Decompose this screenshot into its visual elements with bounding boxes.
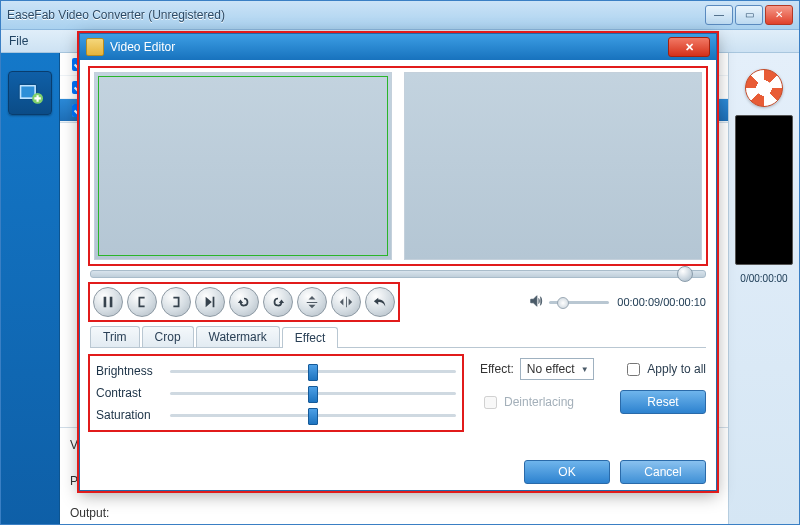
cancel-button[interactable]: Cancel	[620, 460, 706, 484]
effect-select[interactable]: No effect	[520, 358, 594, 380]
transport-buttons	[90, 284, 398, 320]
editor-title: Video Editor	[110, 40, 668, 54]
contrast-slider[interactable]	[170, 392, 456, 395]
saturation-label: Saturation	[96, 408, 170, 422]
contrast-label: Contrast	[96, 386, 170, 400]
reset-button[interactable]: Reset	[620, 390, 706, 414]
editor-close-button[interactable]: ✕	[668, 37, 710, 57]
effect-select-value: No effect	[527, 362, 575, 376]
tab-watermark[interactable]: Watermark	[196, 326, 280, 347]
volume-slider[interactable]	[549, 301, 609, 304]
flip-horizontal-button[interactable]	[331, 287, 361, 317]
maximize-button[interactable]: ▭	[735, 5, 763, 25]
time-display: 00:00:09/00:00:10	[617, 296, 706, 308]
minimize-button[interactable]: —	[705, 5, 733, 25]
mark-out-button[interactable]	[161, 287, 191, 317]
output-preview	[404, 72, 702, 260]
menu-file[interactable]: File	[9, 34, 28, 48]
right-panel: 0/00:00:00	[728, 53, 799, 525]
preview-thumb	[735, 115, 793, 265]
app-title: EaseFab Video Converter (Unregistered)	[7, 8, 705, 22]
video-editor-dialog: Video Editor ✕	[79, 33, 717, 491]
brightness-label: Brightness	[96, 364, 170, 378]
ok-button[interactable]: OK	[524, 460, 610, 484]
flip-vertical-button[interactable]	[297, 287, 327, 317]
app-window: EaseFab Video Converter (Unregistered) —…	[0, 0, 800, 525]
apply-all-label: Apply to all	[647, 362, 706, 376]
svg-rect-3	[104, 297, 107, 308]
volume-icon	[529, 294, 543, 311]
step-end-button[interactable]	[195, 287, 225, 317]
app-titlebar: EaseFab Video Converter (Unregistered) —…	[1, 1, 799, 30]
output-label: Output:	[70, 506, 109, 520]
saturation-slider[interactable]	[170, 414, 456, 417]
seek-slider[interactable]	[90, 270, 706, 278]
tab-trim[interactable]: Trim	[90, 326, 140, 347]
brightness-slider[interactable]	[170, 370, 456, 373]
effect-sliders: Brightness Contrast Saturation	[90, 356, 462, 430]
seek-knob[interactable]	[677, 266, 693, 282]
undo-button[interactable]	[365, 287, 395, 317]
left-toolbar	[1, 53, 60, 525]
mark-in-button[interactable]	[127, 287, 157, 317]
rotate-right-button[interactable]	[263, 287, 293, 317]
close-button[interactable]: ✕	[765, 5, 793, 25]
preview-time: 0/00:00:00	[740, 273, 787, 284]
deinterlacing-label: Deinterlacing	[504, 395, 574, 409]
apply-all-input[interactable]	[627, 363, 640, 376]
editor-tabs: Trim Crop Watermark Effect	[90, 326, 706, 348]
apply-all-checkbox[interactable]: Apply to all	[623, 360, 706, 379]
svg-rect-4	[110, 297, 113, 308]
svg-rect-1	[21, 87, 34, 98]
add-video-button[interactable]	[8, 71, 52, 115]
preview-row	[90, 68, 706, 264]
help-icon[interactable]	[745, 69, 783, 107]
effect-label: Effect:	[480, 362, 514, 376]
tab-effect[interactable]: Effect	[282, 327, 338, 348]
pause-button[interactable]	[93, 287, 123, 317]
rotate-left-button[interactable]	[229, 287, 259, 317]
deinterlacing-input	[484, 396, 497, 409]
original-preview	[94, 72, 392, 260]
tab-crop[interactable]: Crop	[142, 326, 194, 347]
volume-control[interactable]	[529, 294, 609, 311]
deinterlacing-checkbox: Deinterlacing	[480, 393, 574, 412]
editor-title-icon	[86, 38, 104, 56]
editor-titlebar: Video Editor ✕	[80, 34, 716, 60]
